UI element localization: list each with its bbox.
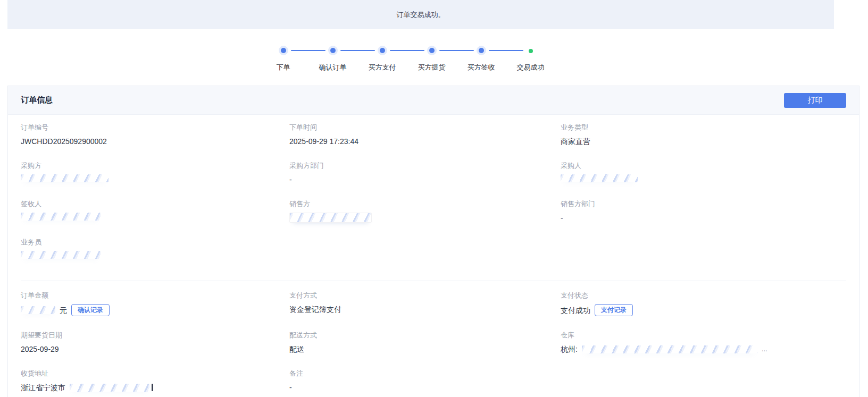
print-button[interactable]: 打印 — [784, 93, 846, 108]
field-payment-status: 支付状态 支付成功 支付记录 — [561, 291, 846, 316]
field-value: 支付成功 支付记录 — [561, 304, 846, 316]
field-label: 支付方式 — [289, 291, 561, 300]
field-label: 业务员 — [21, 238, 289, 247]
fields-grid: 订单编号 JWCHDD2025092900002 下单时间 2025-09-29… — [21, 123, 846, 397]
redacted-value — [289, 213, 372, 223]
redacted-value — [70, 384, 149, 392]
redacted-value — [21, 174, 108, 182]
field-purchaser-dept: 采购方部门 - — [289, 161, 561, 185]
step-dot-done-icon — [479, 48, 484, 53]
field-label: 业务类型 — [561, 123, 846, 132]
step-dot-done-icon — [429, 48, 435, 53]
field-label: 配送方式 — [289, 331, 561, 340]
field-value: - — [289, 382, 561, 393]
field-label: 销售方部门 — [561, 199, 846, 209]
field-label: 期望要货日期 — [21, 331, 289, 340]
warehouse-ellipsis: ... — [762, 344, 767, 354]
field-value: 浙江省宁波市 — [21, 382, 289, 393]
panel-body: 订单编号 JWCHDD2025092900002 下单时间 2025-09-29… — [8, 115, 859, 397]
field-value: JWCHDD2025092900002 — [21, 136, 289, 147]
step-label: 买方提货 — [407, 63, 456, 72]
field-order-time: 下单时间 2025-09-29 17:23:44 — [289, 123, 561, 147]
field-value: 2025-09-29 — [21, 344, 289, 354]
step-label: 下单 — [258, 63, 308, 72]
address-prefix: 浙江省宁波市 — [21, 382, 65, 393]
payment-record-button[interactable]: 支付记录 — [595, 304, 633, 316]
step-label: 确认订单 — [308, 63, 357, 72]
field-value: 元 确认记录 — [21, 304, 289, 316]
redacted-value — [582, 345, 757, 353]
redacted-value — [21, 306, 55, 314]
panel-header: 订单信息 打印 — [8, 86, 859, 115]
field-salesperson: 业务员 — [21, 238, 289, 259]
field-label: 销售方 — [289, 199, 561, 209]
redacted-value — [21, 251, 101, 259]
field-label: 备注 — [289, 369, 561, 378]
field-value — [289, 213, 561, 223]
field-value: 杭州: ... — [561, 344, 846, 354]
field-order-amount: 订单金额 元 确认记录 — [21, 291, 289, 316]
field-label: 采购人 — [561, 161, 846, 171]
stepper-wrap: 下单 确认订单 买方支付 买方提货 买方签收 交易成功 — [0, 46, 814, 72]
field-value — [21, 174, 289, 182]
field-value: - — [561, 213, 846, 223]
field-value: 配送 — [289, 344, 561, 354]
order-info-panel: 订单信息 打印 订单编号 JWCHDD2025092900002 下单时间 20… — [7, 86, 859, 397]
field-order-no: 订单编号 JWCHDD2025092900002 — [21, 123, 289, 147]
step-trade-success: 交易成功 — [506, 46, 555, 72]
field-value: 商家直营 — [561, 136, 846, 147]
field-label: 订单金额 — [21, 291, 289, 300]
field-value: 资金登记簿支付 — [289, 304, 561, 315]
step-dot-done-icon — [281, 48, 286, 53]
field-label: 下单时间 — [289, 123, 561, 132]
step-dot-success-icon — [529, 49, 533, 53]
field-purchaser: 采购方 — [21, 161, 289, 185]
field-value: - — [289, 174, 561, 185]
step-dot-done-icon — [330, 48, 336, 53]
field-address: 收货地址 浙江省宁波市 — [21, 369, 289, 393]
step-dot-done-icon — [380, 48, 385, 53]
field-label: 仓库 — [561, 331, 846, 340]
field-payment-method: 支付方式 资金登记簿支付 — [289, 291, 561, 316]
step-label: 买方支付 — [357, 63, 407, 72]
order-progress-stepper: 下单 确认订单 买方支付 买方提货 买方签收 交易成功 — [258, 46, 555, 72]
redacted-value — [21, 213, 101, 221]
field-delivery-method: 配送方式 配送 — [289, 331, 561, 354]
field-value — [21, 251, 289, 259]
field-label: 订单编号 — [21, 123, 289, 132]
step-label: 交易成功 — [506, 63, 555, 72]
field-remark: 备注 - — [289, 369, 561, 393]
confirm-record-button[interactable]: 确认记录 — [71, 304, 110, 316]
field-value: 2025-09-29 17:23:44 — [289, 136, 561, 147]
redacted-value — [561, 174, 638, 182]
payment-status-text: 支付成功 — [561, 305, 590, 316]
field-label: 采购方部门 — [289, 161, 561, 171]
field-value — [21, 213, 289, 221]
field-label: 签收人 — [21, 199, 289, 209]
field-value — [561, 174, 846, 182]
field-label: 收货地址 — [21, 369, 289, 378]
field-warehouse: 仓库 杭州: ... — [561, 331, 846, 354]
step-label: 买方签收 — [456, 63, 506, 72]
section-divider — [21, 281, 846, 281]
field-label: 支付状态 — [561, 291, 846, 300]
panel-title: 订单信息 — [21, 95, 53, 105]
field-seller: 销售方 — [289, 199, 561, 223]
banner-message: 订单交易成功。 — [397, 10, 445, 20]
field-seller-dept: 销售方部门 - — [561, 199, 846, 223]
field-consignee: 签收人 — [21, 199, 289, 223]
warehouse-prefix: 杭州: — [561, 344, 578, 354]
field-expected-date: 期望要货日期 2025-09-29 — [21, 331, 289, 354]
field-purchase-person: 采购人 — [561, 161, 846, 185]
truncated-text-mark — [152, 384, 153, 391]
field-business-type: 业务类型 商家直营 — [561, 123, 846, 147]
field-label: 采购方 — [21, 161, 289, 171]
success-banner: 订单交易成功。 — [7, 0, 834, 29]
amount-unit: 元 — [60, 305, 67, 316]
